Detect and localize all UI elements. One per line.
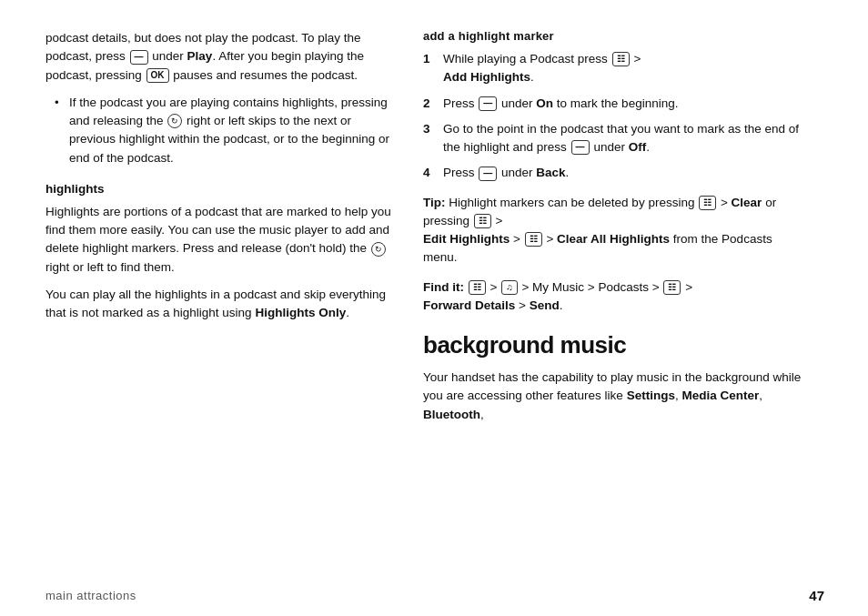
softkey-icon-2: —	[479, 96, 497, 111]
bullet-item-1: If the podcast you are playing contains …	[55, 94, 396, 167]
menu-icon-find1: ☷	[469, 280, 486, 295]
step-2: 2 Press — under On to mark the beginning…	[423, 95, 805, 113]
menu-icon-tip3: ☷	[525, 232, 542, 247]
step-3: 3 Go to the point in the podcast that yo…	[423, 120, 805, 157]
steps-list: 1 While playing a Podcast press ☷ > Add …	[423, 50, 805, 183]
highlights-heading: highlights	[45, 182, 396, 196]
bg-music-title: background music	[423, 331, 805, 359]
softkey-icon: —	[130, 50, 148, 65]
nav-icon-2: ↻	[371, 242, 386, 257]
step-1: 1 While playing a Podcast press ☷ > Add …	[423, 50, 805, 87]
tip-block: Tip: Highlight markers can be deleted by…	[423, 194, 805, 268]
menu-icon-tip2: ☷	[474, 214, 491, 228]
right-column: add a highlight marker 1 While playing a…	[423, 29, 805, 560]
step-4: 4 Press — under Back.	[423, 164, 805, 182]
highlights-para1: Highlights are portions of a podcast tha…	[45, 203, 396, 277]
menu-icon-tip1: ☷	[699, 196, 716, 210]
find-block: Find it: ☷ > ♫ > My Music > Podcasts > ☷…	[423, 278, 805, 316]
footer-section-label: main attractions	[45, 589, 136, 602]
menu-icon-1: ☷	[612, 52, 630, 66]
bg-music-para1: Your handset has the capability to play …	[423, 369, 805, 424]
footer-page-number: 47	[809, 588, 824, 603]
softkey-icon-4: —	[479, 167, 497, 181]
bullet-list: If the podcast you are playing contains …	[45, 94, 396, 167]
menu-icon-find2: ☷	[663, 280, 681, 295]
softkey-icon-3: —	[571, 140, 590, 155]
add-highlight-title: add a highlight marker	[423, 29, 805, 43]
left-column: podcast details, but does not play the p…	[45, 29, 396, 560]
nav-icon: ↻	[167, 114, 182, 128]
ok-icon: OK	[146, 68, 169, 83]
footer: main attractions 47	[0, 579, 868, 616]
highlights-para2: You can play all the highlights in a pod…	[45, 286, 396, 323]
music-note-icon: ♫	[501, 280, 518, 295]
para1: podcast details, but does not play the p…	[45, 29, 396, 85]
